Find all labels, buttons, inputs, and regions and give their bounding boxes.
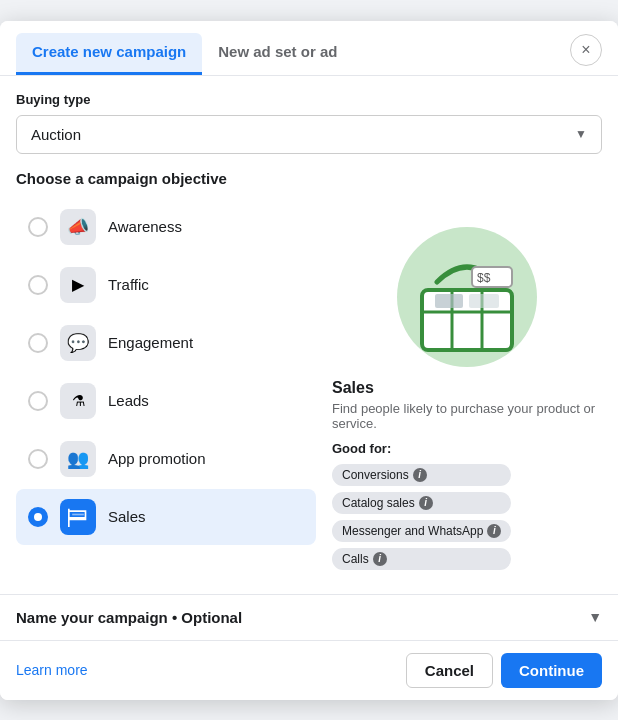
objective-awareness[interactable]: 📣 Awareness <box>16 199 316 255</box>
info-icon-conversions[interactable]: i <box>413 468 427 482</box>
campaign-name-section[interactable]: Name your campaign • Optional ▼ <box>0 594 618 640</box>
radio-sales <box>28 507 48 527</box>
tag-conversions-label: Conversions <box>342 468 409 482</box>
tag-calls[interactable]: Calls i <box>332 548 511 570</box>
modal-body: Buying type Auction ▼ Choose a campaign … <box>0 76 618 578</box>
modal-header: Create new campaign New ad set or ad × <box>0 21 618 76</box>
app-promotion-icon: 👥 <box>60 441 96 477</box>
objective-leads[interactable]: ⚗ Leads <box>16 373 316 429</box>
svg-rect-7 <box>469 294 499 308</box>
tag-conversions[interactable]: Conversions i <box>332 464 511 486</box>
modal-footer: Learn more Cancel Continue <box>0 640 618 700</box>
engagement-icon: 💬 <box>60 325 96 361</box>
learn-more-link[interactable]: Learn more <box>16 662 88 678</box>
radio-leads <box>28 391 48 411</box>
objective-engagement[interactable]: 💬 Engagement <box>16 315 316 371</box>
awareness-label: Awareness <box>108 218 182 235</box>
radio-engagement <box>28 333 48 353</box>
buying-type-value: Auction <box>31 126 81 143</box>
tab-create-campaign[interactable]: Create new campaign <box>16 33 202 75</box>
chevron-down-icon: ▼ <box>575 127 587 141</box>
good-for-label: Good for: <box>332 441 391 456</box>
svg-text:$$: $$ <box>477 271 491 285</box>
buying-type-dropdown[interactable]: Auction ▼ <box>16 115 602 154</box>
section-title: Choose a campaign objective <box>16 170 602 187</box>
tag-calls-label: Calls <box>342 552 369 566</box>
tag-messenger-whatsapp[interactable]: Messenger and WhatsApp i <box>332 520 511 542</box>
content-area: 📣 Awareness ▶ Traffic 💬 Engagement ⚗ L <box>16 199 602 578</box>
leads-icon: ⚗ <box>60 383 96 419</box>
sales-label: Sales <box>108 508 146 525</box>
footer-buttons: Cancel Continue <box>406 653 602 688</box>
awareness-icon: 📣 <box>60 209 96 245</box>
info-icon-messenger[interactable]: i <box>487 524 501 538</box>
sales-illustration: $$ <box>387 207 547 367</box>
radio-awareness <box>28 217 48 237</box>
info-icon-catalog-sales[interactable]: i <box>419 496 433 510</box>
leads-label: Leads <box>108 392 149 409</box>
traffic-label: Traffic <box>108 276 149 293</box>
objective-sales[interactable]: Sales <box>16 489 316 545</box>
tag-catalog-sales[interactable]: Catalog sales i <box>332 492 511 514</box>
info-icon-calls[interactable]: i <box>373 552 387 566</box>
svg-rect-6 <box>435 294 463 308</box>
tag-catalog-sales-label: Catalog sales <box>342 496 415 510</box>
objectives-list: 📣 Awareness ▶ Traffic 💬 Engagement ⚗ L <box>16 199 316 578</box>
tab-new-ad-set[interactable]: New ad set or ad <box>202 33 353 75</box>
objective-app-promotion[interactable]: 👥 App promotion <box>16 431 316 487</box>
sales-icon <box>60 499 96 535</box>
chevron-down-campaign-icon: ▼ <box>588 609 602 625</box>
radio-traffic <box>28 275 48 295</box>
detail-description: Find people likely to purchase your prod… <box>332 401 602 431</box>
app-promotion-label: App promotion <box>108 450 206 467</box>
objective-traffic[interactable]: ▶ Traffic <box>16 257 316 313</box>
tag-messenger-whatsapp-label: Messenger and WhatsApp <box>342 524 483 538</box>
detail-panel: $$ Sales Find people likely to purchase … <box>316 199 602 578</box>
close-button[interactable]: × <box>570 34 602 66</box>
buying-type-label: Buying type <box>16 92 602 107</box>
engagement-label: Engagement <box>108 334 193 351</box>
cancel-button[interactable]: Cancel <box>406 653 493 688</box>
svg-rect-0 <box>72 513 84 515</box>
modal-container: Create new campaign New ad set or ad × B… <box>0 21 618 700</box>
radio-app-promotion <box>28 449 48 469</box>
campaign-name-label: Name your campaign • Optional <box>16 609 242 626</box>
detail-title: Sales <box>332 379 374 397</box>
traffic-icon: ▶ <box>60 267 96 303</box>
tags-list: Conversions i Catalog sales i Messenger … <box>332 464 511 570</box>
continue-button[interactable]: Continue <box>501 653 602 688</box>
